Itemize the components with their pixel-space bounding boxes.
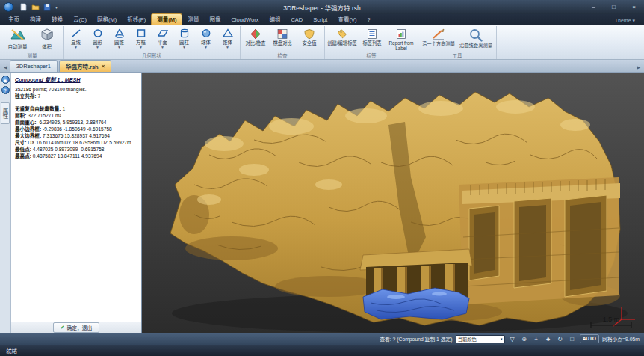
shield-icon xyxy=(303,28,315,40)
tab-polyline[interactable]: 折线(P) xyxy=(122,14,151,25)
ribbon-group-inspect: 对比/检查 棋盘对比 安全值 检查 xyxy=(241,26,325,59)
property-row: 尺寸: DX 16.611436m DY 18.679586m DZ 5.599… xyxy=(15,139,137,146)
circle-dropdown-icon[interactable]: ▼ xyxy=(96,46,99,49)
pyramid-dropdown-icon[interactable]: ▼ xyxy=(226,46,229,49)
tab-cloudworx[interactable]: CloudWorx xyxy=(226,14,264,25)
tab-cad[interactable]: CAD xyxy=(285,14,308,25)
property-row: 面积: 372.715271 m² xyxy=(15,112,137,119)
info-round-icon[interactable]: ? xyxy=(1,86,10,94)
box-button[interactable]: 方框 ▼ xyxy=(131,27,151,49)
titlebar: ▼ 3DReshaper - 华强方特.rsh – □ × xyxy=(0,0,644,14)
doc-tab-3dreshaper1[interactable]: 3DReshaper1 xyxy=(10,60,58,72)
group-caption-labels: 标签 xyxy=(325,53,418,59)
tag-icon xyxy=(336,28,348,40)
checker-compare-button[interactable]: 棋盘对比 xyxy=(270,27,295,46)
window-title: 3DReshaper - 华强方特.rsh xyxy=(0,3,644,12)
open-folder-icon[interactable] xyxy=(30,2,40,12)
tab-script[interactable]: Script xyxy=(308,14,332,25)
scale-label: 1.5 m xyxy=(603,316,620,323)
tab-measure2[interactable]: 测量 xyxy=(182,14,204,25)
doc-tab-label: 3DReshaper1 xyxy=(16,63,51,70)
circle-button[interactable]: 圆形 ▼ xyxy=(87,27,108,49)
rotate-icon[interactable]: ↻ xyxy=(556,334,565,343)
auto-measure-button[interactable]: 自动测量 xyxy=(4,27,31,50)
box-dropdown-icon[interactable]: ▼ xyxy=(139,46,143,49)
help-round-icon[interactable]: ◉ xyxy=(1,76,10,84)
property-row: 最低点: 4.487025 0.8973099 -0.6915758 xyxy=(15,146,137,153)
tab-mesh[interactable]: 网格(M) xyxy=(92,14,122,25)
plane-button[interactable]: 平面 ▼ xyxy=(152,27,173,49)
theme-dropdown[interactable]: Theme ▾ xyxy=(612,16,638,25)
tab-cloud[interactable]: 云(C) xyxy=(68,14,92,25)
qat-dropdown-icon[interactable]: ▼ xyxy=(55,5,58,10)
group-caption-geometry: 几何形状 xyxy=(64,53,240,59)
report-from-label-button[interactable]: Report from Label xyxy=(387,27,415,51)
plane-dropdown-icon[interactable]: ▼ xyxy=(161,46,164,49)
property-row: 最高点: 0.4875827 13.847111 4.937694 xyxy=(15,153,137,159)
doc-tab-active[interactable]: 华强方特.rsh × xyxy=(59,60,111,72)
volume-button[interactable]: 体积 xyxy=(33,27,61,50)
cylinder-button[interactable]: 圆柱 ▼ xyxy=(174,27,194,49)
save-icon[interactable] xyxy=(42,2,52,12)
compare-icon xyxy=(250,28,261,40)
doc-tab-label: 华强方特.rsh xyxy=(66,62,99,70)
3d-viewport[interactable]: 1.5 m xyxy=(142,73,644,333)
app-logo-icon[interactable] xyxy=(4,2,13,12)
panel-footer: ✔ 确定，退出 xyxy=(11,322,141,333)
close-button[interactable]: × xyxy=(624,0,644,14)
select-icon[interactable]: ♣ xyxy=(544,334,553,343)
frame-icon[interactable]: □ xyxy=(568,334,577,343)
tab-help[interactable]: ? xyxy=(362,14,375,25)
ribbon-group-labels: 创建/编辑标签 标签列表 Report from Label 标签 xyxy=(325,26,418,59)
safety-value-button[interactable]: 安全值 xyxy=(297,27,322,46)
properties-vertical-tab[interactable]: 属性 xyxy=(1,102,10,124)
doc-tabs-next-icon[interactable]: ▶ xyxy=(634,64,643,72)
tab-group[interactable]: 编组 xyxy=(264,14,285,25)
main-area: ◉ ? 属性 Compound 复制 1 : MESH 352186 point… xyxy=(0,73,644,333)
create-edit-label-button[interactable]: 创建/编辑标签 xyxy=(327,27,357,46)
pan-icon[interactable]: + xyxy=(532,334,541,343)
filter-icon[interactable]: ▽ xyxy=(508,334,517,343)
color-mode-combobox[interactable]: 当前颜色 ▾ xyxy=(456,335,505,343)
property-row: 独立共存: 7 xyxy=(15,93,137,99)
circle-icon xyxy=(93,28,103,38)
cone-button[interactable]: 圆锥 ▼ xyxy=(109,27,129,49)
tab-view[interactable]: 查看(V) xyxy=(332,14,362,25)
sphere-dropdown-icon[interactable]: ▼ xyxy=(204,46,208,49)
pencil-measure-icon xyxy=(432,28,445,40)
measure-along-curve-button[interactable]: 沿曲线距离测量 xyxy=(458,27,494,48)
cone-dropdown-icon[interactable]: ▼ xyxy=(117,46,121,49)
report-icon xyxy=(395,28,407,40)
tab-measure-active[interactable]: 测量(M) xyxy=(151,13,182,25)
property-row: 无重复自由轮廓数量: 1 xyxy=(15,105,137,112)
label-list-button[interactable]: 标签列表 xyxy=(359,27,386,46)
auto-mode-button[interactable]: AUTO xyxy=(580,334,599,343)
minimize-button[interactable]: – xyxy=(583,0,604,14)
property-row: 最小边界框: -9.29836 -1.850649 -0.6915758 xyxy=(15,126,137,132)
maximize-button[interactable]: □ xyxy=(604,0,624,14)
group-caption-measure: 测量 xyxy=(1,53,63,59)
sphere-button[interactable]: 球体 ▼ xyxy=(196,27,216,49)
pyramid-button[interactable]: 锥体 ▼ xyxy=(217,27,238,49)
tab-transform[interactable]: 转换 xyxy=(46,14,68,25)
compare-inspect-button[interactable]: 对比/检查 xyxy=(243,27,268,46)
tab-build[interactable]: 构建 xyxy=(25,14,46,25)
new-file-icon[interactable] xyxy=(18,2,28,12)
terrain-measure-icon xyxy=(10,28,25,42)
ribbon-group-geometry: 直线 ▼ 圆形 ▼ 圆锥 ▼ 方框 ▼ 平面 ▼ xyxy=(64,26,241,59)
doc-tab-close-icon[interactable]: × xyxy=(102,63,105,70)
tab-image[interactable]: 图像 xyxy=(204,14,226,25)
confirm-exit-button[interactable]: ✔ 确定，退出 xyxy=(53,322,100,333)
doc-tabs-prev-icon[interactable]: ◀ xyxy=(1,64,10,72)
ribbon-group-measure: 自动测量 体积 测量 xyxy=(1,26,64,59)
line-button[interactable]: 直线 ▼ xyxy=(66,27,86,49)
sphere-icon xyxy=(201,28,211,38)
zoom-icon[interactable]: ⊕ xyxy=(520,334,529,343)
line-dropdown-icon[interactable]: ▼ xyxy=(74,46,78,49)
measure-along-direction-button[interactable]: 沿一个方向测量 xyxy=(421,27,456,46)
box-icon xyxy=(136,28,146,38)
mesh-render: 1.5 m xyxy=(142,73,644,333)
cylinder-dropdown-icon[interactable]: ▼ xyxy=(182,46,186,49)
line-icon xyxy=(71,28,81,38)
tab-home[interactable]: 主页 xyxy=(3,14,25,25)
